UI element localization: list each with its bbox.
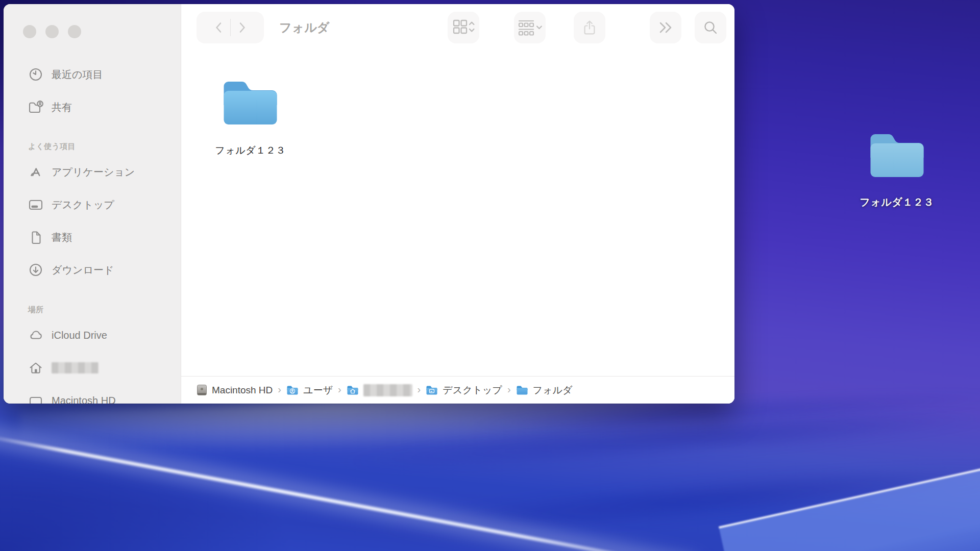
forward-button[interactable] [231, 21, 253, 34]
path-label: デスクトップ [443, 384, 502, 397]
folder-desktop-icon [426, 385, 438, 395]
sidebar-item-applications[interactable]: アプリケーション [4, 156, 181, 188]
folder-contents: フォルダ１２３ [181, 51, 734, 376]
window-title: フォルダ [279, 4, 329, 51]
sidebar-item-desktop[interactable]: デスクトップ [4, 188, 181, 221]
wallpaper-wave-band [377, 450, 980, 547]
desktop: フォルダ１２３ 最近の項目 [0, 0, 980, 551]
folder-icon [219, 79, 281, 128]
search-button[interactable] [695, 12, 726, 43]
folder-users-icon [286, 385, 299, 395]
sidebar-list: 最近の項目 共有 よく使う項目 [4, 58, 181, 404]
more-toolbar-items-button[interactable] [650, 12, 681, 43]
sidebar-item-downloads[interactable]: ダウンロード [4, 254, 181, 286]
wallpaper-light-streak [0, 433, 692, 551]
path-item-current-folder[interactable]: フォルダ [516, 384, 573, 397]
sidebar-item-icloud[interactable]: iCloud Drive [4, 319, 181, 352]
path-item-desktop[interactable]: デスクトップ [426, 384, 502, 397]
wallpaper-streak-glow [0, 421, 699, 551]
document-icon [27, 230, 44, 245]
redacted-username [52, 362, 99, 373]
finder-sidebar: 最近の項目 共有 よく使う項目 [4, 4, 181, 404]
path-separator: › [418, 384, 421, 395]
hard-drive-icon [27, 393, 44, 404]
desktop-folder-icon[interactable]: フォルダ１２３ [856, 131, 937, 209]
share-button[interactable] [574, 12, 605, 43]
view-grid-button[interactable] [448, 12, 479, 43]
wallpaper-corner-streak [719, 452, 980, 551]
sidebar-item-label: ダウンロード [52, 263, 114, 277]
desktop-icon [27, 197, 44, 212]
cloud-icon [27, 328, 44, 343]
sidebar-item-label: Macintosh HD [52, 395, 116, 404]
search-icon [703, 20, 718, 35]
clock-icon [27, 67, 44, 82]
path-item-user-home[interactable] [347, 384, 412, 396]
share-icon [582, 19, 597, 36]
path-item-macintosh-hd[interactable]: Macintosh HD [197, 384, 273, 396]
window-controls [23, 25, 81, 38]
navigation-buttons [197, 12, 264, 43]
path-bar: Macintosh HD › ユーザ › [181, 376, 734, 404]
path-separator: › [507, 384, 511, 395]
redacted-username [363, 384, 412, 396]
download-icon [27, 262, 44, 278]
drive-icon [197, 384, 207, 396]
sidebar-item-label: デスクトップ [52, 198, 114, 212]
zoom-button[interactable] [68, 25, 81, 38]
path-label: フォルダ [533, 384, 573, 397]
path-separator: › [278, 384, 281, 395]
desktop-folder-label: フォルダ１２３ [856, 195, 937, 209]
sidebar-item-macintosh-hd[interactable]: Macintosh HD [4, 384, 181, 404]
sidebar-item-home[interactable] [4, 352, 181, 384]
sidebar-item-label: 共有 [52, 101, 72, 114]
minimize-button[interactable] [45, 25, 59, 38]
close-button[interactable] [23, 25, 36, 38]
finder-main: フォルダ [181, 4, 734, 404]
sidebar-section-favorites: よく使う項目 [4, 137, 181, 156]
finder-toolbar: フォルダ [181, 4, 734, 51]
file-item-folder[interactable]: フォルダ１２３ [211, 79, 290, 157]
folder-icon [516, 385, 528, 395]
sidebar-item-label: 最近の項目 [52, 68, 103, 82]
sidebar-item-documents[interactable]: 書類 [4, 221, 181, 254]
path-label: ユーザ [303, 384, 333, 397]
sidebar-section-locations: 場所 [4, 300, 181, 319]
sidebar-item-recents[interactable]: 最近の項目 [4, 58, 181, 91]
wallpaper-wave-band [336, 400, 980, 479]
path-item-users[interactable]: ユーザ [286, 384, 333, 397]
path-separator: › [338, 384, 341, 395]
group-view-icon [517, 18, 543, 37]
back-button[interactable] [208, 21, 230, 34]
group-by-button[interactable] [514, 12, 546, 43]
grid-view-icon [452, 18, 475, 37]
home-icon [27, 360, 44, 375]
sidebar-item-label: 書類 [52, 231, 72, 244]
path-label: Macintosh HD [212, 385, 273, 396]
folder-home-icon [347, 385, 359, 395]
finder-window: 最近の項目 共有 よく使う項目 [4, 4, 734, 404]
double-chevron-icon [658, 20, 673, 35]
folder-icon [866, 131, 928, 180]
app-store-icon [27, 164, 44, 180]
sidebar-item-shared[interactable]: 共有 [4, 91, 181, 123]
sidebar-item-label: iCloud Drive [52, 330, 107, 341]
shared-folder-icon [27, 99, 44, 115]
file-item-label: フォルダ１２３ [211, 144, 290, 157]
sidebar-item-label: アプリケーション [52, 165, 135, 179]
